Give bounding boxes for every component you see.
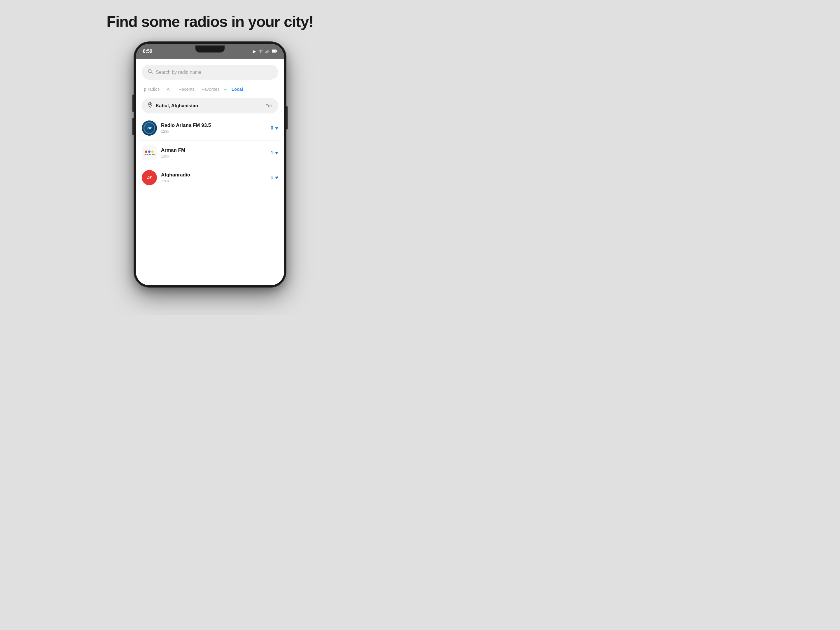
tab-arrow-icon: → bbox=[223, 87, 227, 92]
search-bar[interactable]: Search by radio name bbox=[142, 65, 278, 80]
tab-local[interactable]: Local bbox=[228, 85, 246, 93]
status-bar: 8:59 ▶ bbox=[136, 44, 284, 59]
tabs-bar: p radios All Recents Favorites → Local bbox=[136, 82, 284, 96]
radio-logo-arman: ARMAN FM bbox=[142, 145, 157, 160]
radio-name-text: Arman FM bbox=[161, 147, 267, 153]
search-placeholder-text: Search by radio name bbox=[156, 70, 202, 75]
edit-location-button[interactable]: Edit bbox=[265, 104, 272, 108]
radio-info: Afghanradio 128k bbox=[161, 172, 267, 183]
svg-rect-1 bbox=[265, 52, 266, 53]
radio-name-text: Afghanradio bbox=[161, 172, 267, 178]
location-name-text: Kabul, Afghanistan bbox=[156, 103, 262, 109]
svg-rect-3 bbox=[267, 50, 268, 52]
radio-info: Radio Ariana FM 93.5 128k bbox=[161, 123, 267, 134]
radio-stats: 1 ♥ bbox=[271, 150, 278, 156]
status-time: 8:59 bbox=[143, 49, 253, 54]
heart-icon[interactable]: ♥ bbox=[275, 150, 278, 156]
svg-point-0 bbox=[261, 52, 261, 53]
signal-icon bbox=[265, 49, 270, 54]
phone-screen: 8:59 ▶ bbox=[136, 44, 284, 285]
battery-icon bbox=[272, 49, 277, 54]
tab-recents[interactable]: Recents bbox=[175, 85, 198, 93]
search-section: Search by radio name bbox=[136, 59, 284, 82]
radio-name-text: Radio Ariana FM 93.5 bbox=[161, 123, 267, 128]
status-icons: ▶ bbox=[253, 49, 277, 54]
svg-rect-2 bbox=[267, 51, 267, 53]
radio-item[interactable]: ARMAN FM Arman FM 128k 1 ♥ bbox=[139, 141, 281, 165]
radio-bitrate-text: 128k bbox=[161, 179, 267, 183]
heart-icon[interactable]: ♥ bbox=[275, 125, 278, 131]
tab-all[interactable]: All bbox=[163, 85, 175, 93]
tab-top-radios[interactable]: p radios bbox=[141, 85, 163, 93]
search-icon bbox=[148, 69, 153, 76]
radio-list: atr Radio Ariana FM 93.5 128k 0 ♥ bbox=[136, 116, 284, 285]
play-icon: ▶ bbox=[253, 49, 256, 54]
location-bar[interactable]: Kabul, Afghanistan Edit bbox=[142, 98, 278, 114]
radio-stats: 1 ♥ bbox=[271, 175, 278, 181]
radio-item[interactable]: atr Radio Ariana FM 93.5 128k 0 ♥ bbox=[139, 116, 281, 141]
heart-icon[interactable]: ♥ bbox=[275, 175, 278, 181]
wifi-icon bbox=[258, 49, 263, 54]
svg-point-9 bbox=[150, 104, 151, 105]
radio-logo-atr: atr bbox=[142, 120, 157, 136]
radio-stats: 0 ♥ bbox=[271, 125, 278, 131]
screen-content: Search by radio name p radios All Recent… bbox=[136, 59, 284, 285]
svg-rect-4 bbox=[268, 49, 270, 52]
radio-bitrate-text: 128k bbox=[161, 129, 267, 134]
radio-logo-afghan: ar bbox=[142, 170, 157, 185]
location-pin-icon bbox=[148, 102, 153, 109]
like-count: 1 bbox=[271, 175, 273, 180]
like-count: 1 bbox=[271, 150, 273, 156]
svg-line-8 bbox=[151, 72, 153, 74]
radio-item[interactable]: ar Afghanradio 128k 1 ♥ bbox=[139, 165, 281, 190]
svg-rect-6 bbox=[272, 50, 276, 52]
phone-device: 8:59 ▶ bbox=[134, 42, 286, 287]
radio-bitrate-text: 128k bbox=[161, 154, 267, 158]
like-count: 0 bbox=[271, 125, 273, 131]
phone-frame: 8:59 ▶ bbox=[134, 42, 286, 287]
radio-info: Arman FM 128k bbox=[161, 147, 267, 158]
page-title: Find some radios in your city! bbox=[106, 13, 314, 30]
tab-favorites[interactable]: Favorites bbox=[198, 85, 223, 93]
